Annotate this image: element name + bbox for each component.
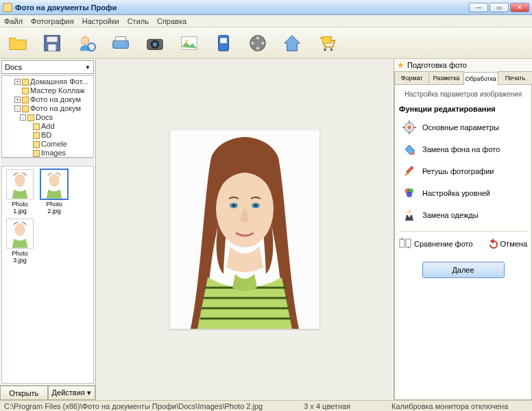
svg-rect-14 <box>220 38 226 43</box>
tree-scrollbar[interactable] <box>1 158 94 164</box>
menu-file[interactable]: Файл <box>4 17 23 25</box>
compare-button[interactable]: Сравнение фото <box>399 237 473 251</box>
home-icon[interactable] <box>281 32 303 54</box>
svg-point-45 <box>407 192 412 197</box>
svg-point-22 <box>330 48 333 51</box>
tab-format[interactable]: Формат <box>394 71 429 84</box>
menu-photo[interactable]: Фотография <box>31 17 74 25</box>
tree-item[interactable]: +Домашняя Фот... <box>3 77 92 86</box>
panel-section-title: Функции редактирования <box>399 105 527 113</box>
status-bar: C:\Program Files (x86)\Фото на документы… <box>0 400 532 411</box>
svg-point-46 <box>407 210 411 214</box>
thumbnails: Photo 1.jpgPhoto 2.jpgPhoto 3.jpg <box>1 166 94 384</box>
svg-point-36 <box>408 126 411 129</box>
star-icon: ★ <box>397 60 404 70</box>
func-levels[interactable]: Настройка уровней <box>402 186 527 201</box>
scanner-icon[interactable] <box>110 32 132 54</box>
svg-rect-7 <box>116 36 126 40</box>
thumbnail[interactable]: Photo 2.jpg <box>39 169 69 214</box>
func-retouch[interactable]: Ретушь фотографии <box>402 164 527 179</box>
status-size: 3 x 4 цветная <box>304 402 350 410</box>
right-panel: ★ Подготовка фото Формат Разметка Обрабо… <box>394 59 532 400</box>
actions-button[interactable]: Действия ▾ <box>48 386 96 400</box>
tree-item[interactable]: Мастер Коллаж <box>3 86 92 95</box>
tree-item[interactable]: Comele <box>3 140 92 149</box>
thumbnail[interactable]: Photo 3.jpg <box>5 219 35 264</box>
maximize-button[interactable]: ▭ <box>489 3 509 12</box>
app-icon <box>3 3 12 12</box>
open-folder-icon[interactable] <box>7 32 29 54</box>
rgb-circles-icon <box>402 186 417 201</box>
undo-icon <box>487 238 498 249</box>
svg-point-41 <box>412 152 415 155</box>
svg-rect-0 <box>3 3 12 12</box>
svg-point-10 <box>153 42 157 47</box>
minimize-button[interactable]: — <box>469 3 488 12</box>
menu-help[interactable]: Справка <box>157 17 186 25</box>
toolbar <box>0 27 532 59</box>
svg-point-21 <box>324 48 326 51</box>
svg-point-28 <box>14 223 25 236</box>
func-clothes[interactable]: Замена одежды <box>402 208 527 223</box>
menubar: Файл Фотография Настройки Стиль Справка <box>0 15 532 27</box>
compare-icon <box>399 237 411 251</box>
picture-icon[interactable] <box>178 32 200 54</box>
cart-icon[interactable] <box>315 32 337 54</box>
tree-item[interactable]: -Фото на докум <box>3 104 92 113</box>
status-calibration: Калибровка монитора отключена <box>391 402 508 410</box>
tab-process[interactable]: Обработка <box>463 72 498 85</box>
close-button[interactable]: ✕ <box>510 3 529 12</box>
menu-style[interactable]: Стиль <box>128 17 149 25</box>
open-button[interactable]: Открыть <box>0 386 48 400</box>
paint-bucket-icon <box>402 142 417 157</box>
tree-item[interactable]: Images <box>3 149 92 158</box>
camera-icon[interactable] <box>144 32 166 54</box>
svg-point-34 <box>254 204 257 207</box>
right-header: Подготовка фото <box>407 61 467 69</box>
svg-point-16 <box>256 36 260 40</box>
menu-settings[interactable]: Настройки <box>82 17 119 25</box>
tree-item[interactable]: -Docs <box>3 113 92 122</box>
svg-rect-42 <box>407 166 413 173</box>
svg-rect-47 <box>400 239 404 247</box>
svg-point-24 <box>14 174 25 187</box>
svg-rect-20 <box>322 36 331 42</box>
svg-point-12 <box>185 39 188 42</box>
tree-item[interactable]: +Фото на докум <box>3 95 92 104</box>
svg-rect-48 <box>406 239 411 247</box>
gear-icon <box>402 120 417 135</box>
tab-markup[interactable]: Разметка <box>428 71 463 84</box>
canvas-area <box>96 59 394 400</box>
svg-rect-2 <box>47 36 58 42</box>
brush-icon <box>402 164 417 179</box>
svg-point-26 <box>49 174 59 187</box>
func-replace-bg[interactable]: Замена фона на фото <box>402 142 527 157</box>
svg-point-18 <box>256 47 260 50</box>
window-title: Фото на документы Профи <box>15 3 469 12</box>
status-path: C:\Program Files (x86)\Фото на документы… <box>4 402 263 410</box>
svg-point-19 <box>251 41 254 45</box>
tree-item[interactable]: BD <box>3 131 92 140</box>
thumbnail[interactable]: Photo 1.jpg <box>5 169 35 214</box>
film-reel-icon[interactable] <box>247 32 269 54</box>
left-panel: Docs ▼ +Домашняя Фот...Мастер Коллаж+Фот… <box>0 59 96 400</box>
save-icon[interactable] <box>41 32 63 54</box>
svg-point-4 <box>82 36 89 44</box>
next-button[interactable]: Далее <box>422 262 505 278</box>
folder-combo-value: Docs <box>5 63 22 71</box>
tab-print[interactable]: Печать <box>498 71 532 84</box>
folder-combo[interactable]: Docs ▼ <box>1 60 94 74</box>
titlebar: Фото на документы Профи — ▭ ✕ <box>0 0 532 15</box>
svg-point-32 <box>232 204 235 207</box>
face-detect-icon[interactable] <box>75 32 97 54</box>
undo-button[interactable]: Отмена <box>487 238 527 249</box>
passport-icon[interactable] <box>213 32 234 54</box>
suit-icon <box>402 208 417 223</box>
func-basic-params[interactable]: Основные параметры <box>402 120 527 135</box>
tree-item[interactable]: Add <box>3 122 92 131</box>
svg-rect-6 <box>113 40 129 48</box>
panel-subtitle: Настройка параметров изображения <box>399 90 527 98</box>
folder-tree[interactable]: +Домашняя Фот...Мастер Коллаж+Фото на до… <box>1 75 94 158</box>
main-photo[interactable] <box>170 130 319 329</box>
svg-rect-3 <box>48 44 56 50</box>
